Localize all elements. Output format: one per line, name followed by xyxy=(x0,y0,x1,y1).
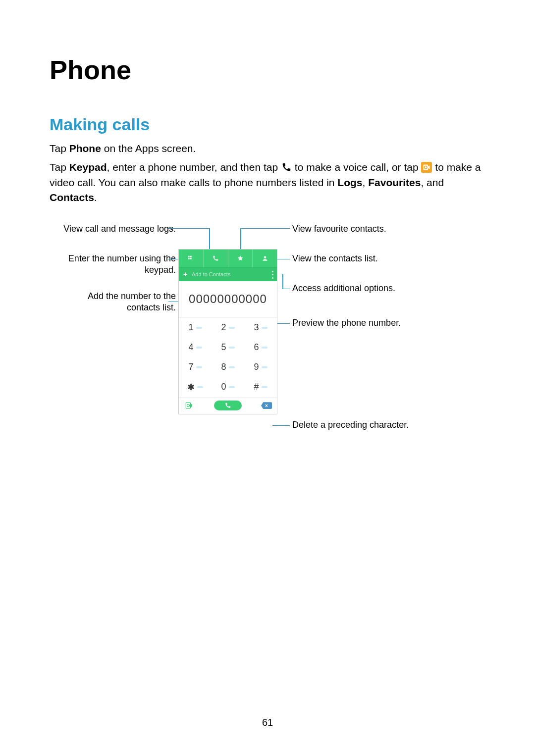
p2-text-i: , and xyxy=(421,177,444,188)
star-icon xyxy=(237,255,244,262)
add-to-contacts-label: Add to Contacts xyxy=(192,271,230,277)
callout-add-contacts: Add the number to the contacts list. xyxy=(59,291,176,314)
key-9[interactable]: 9 xyxy=(244,357,277,377)
page-title: Phone xyxy=(50,54,485,85)
phone-mockup: + Add to Contacts 00000000000 1 2 3 4 5 … xyxy=(178,249,277,414)
keypad-grid: 1 2 3 4 5 6 7 8 9 ✱ 0 # xyxy=(179,318,277,397)
p1-text-c: on the Apps screen. xyxy=(101,143,196,154)
p2-text-a: Tap xyxy=(50,161,69,173)
p2-bold-favs: Favourites xyxy=(368,177,421,188)
p2-bold-contacts: Contacts xyxy=(50,192,94,203)
key-hash[interactable]: # xyxy=(244,377,277,397)
contacts-icon xyxy=(262,255,268,262)
key-2[interactable]: 2 xyxy=(212,318,244,338)
key-1[interactable]: 1 xyxy=(179,318,212,338)
page-number: 61 xyxy=(0,717,535,728)
action-row xyxy=(179,397,277,414)
svg-point-8 xyxy=(187,404,189,407)
p2-bold-logs: Logs xyxy=(337,177,362,188)
callout-delete-char: Delete a preceding character. xyxy=(292,419,441,431)
callout-contacts-list: View the contacts list. xyxy=(292,253,441,264)
video-call-icon xyxy=(421,162,432,173)
svg-rect-4 xyxy=(188,258,190,259)
svg-rect-5 xyxy=(190,258,192,259)
svg-point-6 xyxy=(264,256,266,258)
p1-text-a: Tap xyxy=(50,143,69,154)
key-8[interactable]: 8 xyxy=(212,357,244,377)
key-6[interactable]: 6 xyxy=(244,338,277,357)
key-0[interactable]: 0 xyxy=(212,377,244,397)
key-3[interactable]: 3 xyxy=(244,318,277,338)
callout-logs: View call and message logs. xyxy=(59,223,176,235)
svg-rect-2 xyxy=(188,256,190,257)
svg-rect-7 xyxy=(186,403,190,408)
paragraph-2: Tap Keypad, enter a phone number, and th… xyxy=(50,160,485,205)
key-7[interactable]: 7 xyxy=(179,357,212,377)
number-display: 00000000000 xyxy=(179,281,277,318)
p2-text-d: to make a voice call, or tap xyxy=(295,161,422,173)
backspace-button[interactable] xyxy=(261,402,272,409)
tab-contacts[interactable] xyxy=(253,250,277,267)
logs-icon xyxy=(212,255,219,262)
tabs-bar xyxy=(179,250,277,267)
section-heading: Making calls xyxy=(50,115,485,134)
tab-logs[interactable] xyxy=(204,250,228,267)
callout-keypad: Enter the number using the keypad. xyxy=(59,253,176,276)
key-4[interactable]: 4 xyxy=(179,338,212,357)
p2-text-g: , xyxy=(363,177,369,188)
video-call-button[interactable] xyxy=(184,400,195,411)
keypad-icon xyxy=(187,255,194,262)
tab-favourites[interactable] xyxy=(228,250,253,267)
paragraph-1: Tap Phone on the Apps screen. xyxy=(50,141,485,156)
key-star[interactable]: ✱ xyxy=(179,377,212,397)
key-5[interactable]: 5 xyxy=(212,338,244,357)
tab-keypad[interactable] xyxy=(179,250,204,267)
svg-rect-3 xyxy=(190,256,192,257)
more-options-icon[interactable] xyxy=(272,270,274,280)
call-button[interactable] xyxy=(214,401,242,410)
add-to-contacts-row[interactable]: + Add to Contacts xyxy=(179,267,277,281)
callout-more-options: Access additional options. xyxy=(292,283,441,294)
callout-preview-number: Preview the phone number. xyxy=(292,317,441,329)
plus-icon: + xyxy=(182,271,189,278)
p2-bold-keypad: Keypad xyxy=(69,161,107,173)
phone-call-icon xyxy=(281,162,292,173)
p1-bold-phone: Phone xyxy=(69,143,101,154)
p2-text-c: , enter a phone number, and then tap xyxy=(107,161,281,173)
callout-favourites: View favourite contacts. xyxy=(292,223,441,235)
p2-text-k: . xyxy=(94,192,97,203)
phone-diagram: View call and message logs. Enter the nu… xyxy=(50,223,485,451)
